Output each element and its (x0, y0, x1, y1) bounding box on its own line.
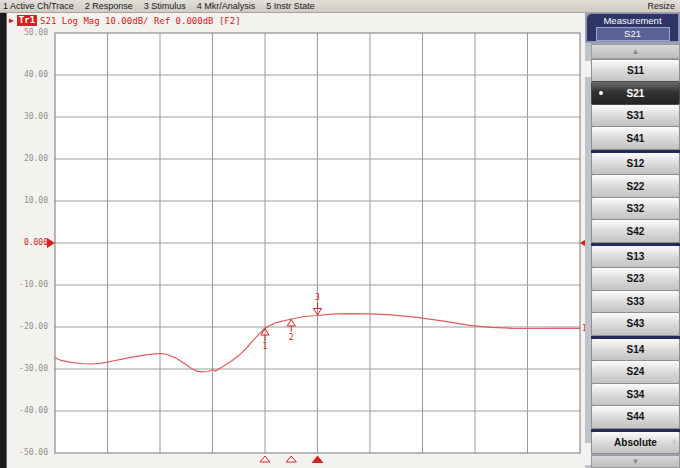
sidebar-button-label: S21 (627, 88, 645, 99)
y-axis-label: -40.00 (6, 406, 48, 416)
y-axis-label: -50.00 (6, 448, 48, 458)
active-trace-arrow-icon: ▶ (9, 16, 14, 25)
sidebar-title: Measurement (587, 14, 678, 27)
resize-button[interactable]: Resize (647, 1, 675, 11)
ref-level-arrow-left[interactable] (47, 238, 55, 248)
sidebar-separator (591, 429, 680, 432)
sidebar-button-s12[interactable]: S12 (591, 152, 680, 175)
menu-item-4[interactable]: 4 Mkr/Analysis (197, 1, 256, 11)
sidebar-button-label: S11 (627, 65, 644, 76)
y-axis-label: 40.00 (6, 70, 48, 80)
y-axis-label: 30.00 (6, 112, 48, 122)
marker-glyph-active[interactable] (314, 308, 322, 315)
trace-settings-text[interactable]: S21 Log Mag 10.00dB/ Ref 0.000dB [F2] (40, 16, 240, 26)
sidebar-button-s24[interactable]: S24 (591, 360, 680, 383)
sidebar-button-s31[interactable]: S31 (591, 104, 680, 127)
sidebar-button-label: S14 (627, 344, 645, 355)
marker-readout-row: >3 2.5000000 GHz -17.257 dB (60, 54, 203, 64)
menu-item-5[interactable]: 5 Instr State (266, 1, 315, 11)
y-axis-label: -10.00 (6, 280, 48, 290)
sidebar-selected-value: S21 (596, 27, 670, 41)
sidebar-button-label: S32 (627, 203, 645, 214)
y-axis-label: 0.000 (6, 238, 48, 248)
sidebar-button-list: S11S21S31S41S12S22S32S42S13S23S33S43S14S… (591, 60, 680, 454)
trace-status-line: ▶ Tr1 S21 Log Mag 10.00dB/ Ref 0.000dB [… (9, 15, 241, 26)
sidebar-button-label: S12 (627, 158, 645, 169)
sidebar-button-label: S41 (627, 133, 645, 144)
stimulus-marker[interactable] (260, 456, 270, 462)
sidebar-button-label: S42 (627, 226, 645, 237)
grid-lines (55, 33, 580, 453)
menu-bar: 1 Active Ch/Trace2 Response3 Stimulus4 M… (0, 0, 680, 13)
selected-bullet-icon (599, 91, 603, 95)
y-axis-label: -30.00 (6, 364, 48, 374)
sidebar-button-absolute[interactable]: Absolute▶ (591, 431, 680, 454)
marker-glyph[interactable] (261, 329, 269, 336)
sidebar-button-label: S44 (627, 411, 645, 422)
y-axis-label: 10.00 (6, 196, 48, 206)
marker-readout-row: 2 2.4500000 GHz -18.087 dB (60, 44, 203, 54)
sidebar-button-label: S34 (627, 389, 645, 400)
sidebar-button-s23[interactable]: S23 (591, 267, 680, 290)
sidebar-button-label: S23 (627, 273, 645, 284)
sidebar-button-s13[interactable]: S13 (591, 245, 680, 268)
sidebar-button-s42[interactable]: S42 (591, 219, 680, 242)
sidebar-button-label: Absolute (614, 437, 657, 448)
measurement-sidebar: Measurement S21 ▲ S11S21S31S41S12S22S32S… (585, 13, 680, 468)
sidebar-button-s11[interactable]: S11 (591, 59, 680, 82)
trace-badge[interactable]: Tr1 (17, 15, 37, 26)
menu-item-2[interactable]: 2 Response (85, 1, 133, 11)
sidebar-button-s22[interactable]: S22 (591, 174, 680, 197)
sidebar-separator (591, 336, 680, 339)
sidebar-separator (591, 150, 680, 153)
grid-border (55, 33, 580, 453)
y-axis-label: 50.00 (6, 28, 48, 38)
y-axis-label: 20.00 (6, 154, 48, 164)
marker-glyph[interactable] (287, 319, 295, 326)
sidebar-button-s32[interactable]: S32 (591, 197, 680, 220)
sidebar-button-s21[interactable]: S21 (591, 81, 680, 104)
sidebar-header: Measurement S21 (586, 13, 679, 42)
stimulus-marker[interactable] (286, 456, 296, 462)
scroll-up-button[interactable]: ▲ (591, 44, 680, 59)
sidebar-button-label: S24 (627, 366, 645, 377)
menu-item-3[interactable]: 3 Stimulus (144, 1, 186, 11)
scroll-down-button[interactable]: ▼ (591, 455, 680, 468)
y-axis-label: -20.00 (6, 322, 48, 332)
stimulus-marker-active[interactable] (312, 456, 324, 464)
sidebar-button-label: S22 (627, 181, 645, 192)
marker-number: 2 (289, 333, 294, 342)
sidebar-button-label: S33 (627, 296, 645, 307)
graticule-background (55, 33, 580, 453)
marker-readout-table: 1 2.4000000 GHz -20.251 dB 2 2.4500000 G… (60, 34, 203, 64)
marker-readout-row: 1 2.4000000 GHz -20.251 dB (60, 34, 203, 44)
sidebar-button-s33[interactable]: S33 (591, 290, 680, 313)
marker-number: 1 (263, 342, 268, 351)
menu-item-1[interactable]: 1 Active Ch/Trace (3, 1, 74, 11)
sidebar-separator (591, 243, 680, 246)
sidebar-button-s44[interactable]: S44 (591, 405, 680, 428)
sidebar-button-label: S31 (627, 110, 645, 121)
submenu-arrow-icon: ▶ (673, 438, 678, 446)
sidebar-button-label: S13 (627, 251, 645, 262)
sidebar-button-label: S43 (627, 318, 645, 329)
sidebar-button-s34[interactable]: S34 (591, 383, 680, 406)
plot-area: 1123 (0, 0, 680, 468)
sidebar-button-s41[interactable]: S41 (591, 126, 680, 149)
sidebar-button-s43[interactable]: S43 (591, 312, 680, 335)
vna-screen: 1 Active Ch/Trace2 Response3 Stimulus4 M… (0, 0, 680, 468)
sidebar-button-s14[interactable]: S14 (591, 338, 680, 361)
marker-number: 3 (315, 293, 320, 302)
trace-tr1 (55, 314, 580, 372)
